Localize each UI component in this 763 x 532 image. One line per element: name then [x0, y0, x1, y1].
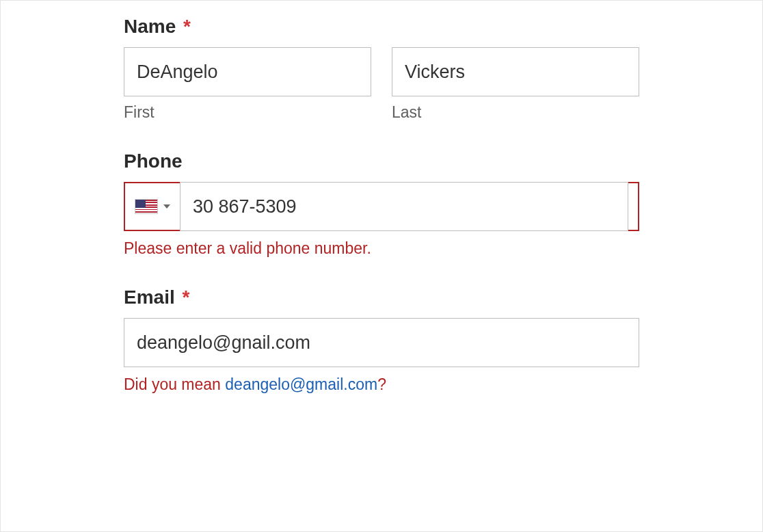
required-mark: * — [182, 287, 189, 308]
email-suggestion: Did you mean deangelo@gmail.com? — [124, 375, 639, 394]
country-code-selector[interactable] — [135, 199, 170, 214]
email-suggestion-suffix: ? — [377, 375, 386, 393]
phone-input-wrapper — [124, 182, 639, 231]
email-label: Email * — [124, 287, 639, 308]
name-field-group: Name * First Last — [124, 16, 639, 122]
email-label-text: Email — [124, 287, 175, 308]
first-name-input[interactable] — [124, 47, 371, 96]
first-name-sublabel: First — [124, 103, 371, 122]
last-name-input[interactable] — [392, 47, 639, 96]
required-mark: * — [183, 16, 191, 37]
last-name-sublabel: Last — [392, 103, 639, 122]
phone-field-group: Phone Please enter a valid phone number. — [124, 150, 639, 258]
email-field-group: Email * Did you mean deangelo@gmail.com? — [124, 287, 639, 394]
chevron-down-icon — [163, 204, 170, 209]
email-suggestion-link[interactable]: deangelo@gmail.com — [225, 375, 377, 393]
email-suggestion-prefix: Did you mean — [124, 375, 225, 393]
email-input[interactable] — [124, 318, 639, 367]
phone-error-message: Please enter a valid phone number. — [124, 239, 639, 258]
name-label-text: Name — [124, 16, 176, 37]
phone-input[interactable] — [180, 182, 628, 231]
phone-label: Phone — [124, 150, 639, 172]
us-flag-icon — [135, 199, 158, 214]
name-label: Name * — [124, 16, 639, 38]
phone-label-text: Phone — [124, 150, 183, 172]
